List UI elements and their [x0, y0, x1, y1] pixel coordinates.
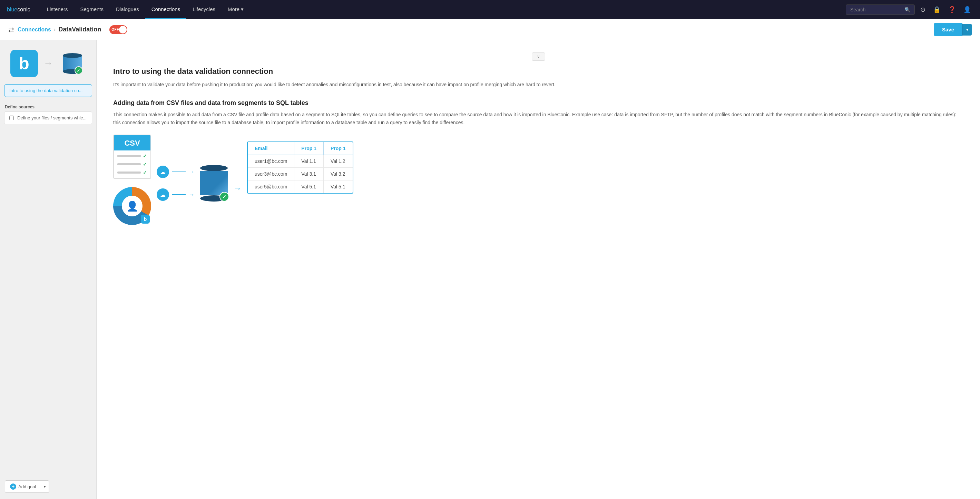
table-header-prop1: Prop 1: [294, 142, 324, 155]
csv-check-1: ✓: [143, 153, 147, 159]
table-cell: Val 1.2: [323, 155, 352, 168]
db-check-icon: ✓: [75, 66, 83, 75]
csv-row-2: ✓: [117, 162, 147, 167]
table-cell: Val 3.2: [323, 168, 352, 181]
csv-label: CSV: [114, 135, 150, 151]
collapse-bar: ∨: [113, 52, 963, 61]
add-goal-button[interactable]: + Add goal: [5, 480, 41, 493]
db-diag-top: [200, 165, 228, 171]
connections-icon: ⇄: [8, 25, 14, 34]
table-row: user5@bc.com Val 5.1 Val 5.1: [248, 181, 353, 193]
nav-links: Listeners Segments Dialogues Connections…: [41, 0, 846, 19]
table-row: user1@bc.com Val 1.1 Val 1.2: [248, 155, 353, 168]
define-files-label: Define your files / segments whic...: [17, 115, 87, 121]
blueconic-b-icon: b: [10, 50, 38, 77]
flow-arrows: ☁ → ☁ →: [157, 159, 195, 201]
nav-segments[interactable]: Segments: [74, 0, 110, 19]
breadcrumb-current-page: DataValidation: [58, 26, 101, 33]
search-icon: 🔍: [904, 7, 910, 13]
save-button[interactable]: Save: [934, 23, 963, 36]
csv-row-1: ✓: [117, 153, 147, 159]
db-diag-check-icon: ✓: [220, 192, 229, 202]
csv-line-2: [117, 163, 141, 165]
save-button-group: Save ▾: [934, 23, 972, 36]
adding-title: Adding data from CSV files and data from…: [113, 99, 963, 106]
flow-line-2: [172, 194, 186, 195]
connection-icons: b → ✓: [0, 40, 96, 84]
center-database: ✓: [200, 158, 228, 202]
connection-arrow-icon: →: [43, 58, 53, 69]
sidebar-intro-item[interactable]: Intro to using the data validation co...: [4, 84, 92, 97]
table-cell: user5@bc.com: [248, 181, 294, 193]
cloud-upload-icon-2: ☁: [157, 188, 169, 201]
flow-line-1: [172, 172, 186, 172]
toggle-switch[interactable]: OFF: [110, 25, 127, 34]
table-cell: Val 5.1: [294, 181, 324, 193]
table-row: user3@bc.com Val 3.1 Val 3.2: [248, 168, 353, 181]
nav-listeners[interactable]: Listeners: [41, 0, 74, 19]
bc-badge: b: [141, 215, 150, 224]
top-navigation: blueconic Listeners Segments Dialogues C…: [0, 0, 980, 19]
nav-more[interactable]: More ▾: [221, 0, 250, 19]
define-files-checkbox[interactable]: [9, 116, 14, 120]
logo-blue-text: blue: [7, 6, 17, 13]
toggle-knob: [119, 26, 127, 33]
save-dropdown-button[interactable]: ▾: [963, 24, 972, 35]
breadcrumb-separator: ›: [54, 27, 56, 33]
nav-right: 🔍 ⊙ 🔒 ❓ 👤: [846, 4, 973, 16]
nav-connections[interactable]: Connections: [145, 0, 186, 19]
db-to-table-arrow: →: [233, 166, 242, 193]
user-icon[interactable]: 👤: [961, 4, 973, 16]
adding-body: This connection makes it possible to add…: [113, 111, 963, 126]
add-goal-group: + Add goal ▾: [5, 480, 91, 493]
sidebar-define-files-item[interactable]: Define your files / segments whic...: [4, 111, 92, 124]
table-cell: user1@bc.com: [248, 155, 294, 168]
intro-title: Intro to using the data validation conne…: [113, 67, 963, 76]
content-area: ∨ Intro to using the data validation con…: [97, 40, 980, 499]
sidebar-define-sources-title: Define sources: [0, 99, 96, 111]
table-cell: Val 5.1: [323, 181, 352, 193]
logo[interactable]: blueconic: [7, 6, 30, 13]
person-avatar: 👤: [122, 195, 143, 216]
add-goal-dropdown-button[interactable]: ▾: [41, 480, 49, 493]
database-icon: ✓: [59, 50, 86, 77]
table-cell: Val 1.1: [294, 155, 324, 168]
flow-row-2: ☁ →: [157, 188, 195, 201]
toggle-pill[interactable]: OFF: [110, 25, 127, 34]
data-table: Email Prop 1 Prop 1 user1@bc.com Val 1.1…: [248, 142, 353, 193]
notifications-icon[interactable]: ⊙: [918, 4, 928, 16]
nav-dialogues[interactable]: Dialogues: [110, 0, 145, 19]
help-icon[interactable]: ❓: [946, 4, 958, 16]
person-segment-icon: 👤 b: [113, 187, 151, 225]
lock-icon[interactable]: 🔒: [931, 4, 943, 16]
flow-arrowhead-2: →: [188, 191, 195, 199]
flow-arrowhead-1: →: [188, 168, 195, 176]
logo-white-text: conic: [17, 6, 30, 13]
add-goal-label: Add goal: [18, 484, 36, 489]
breadcrumb-connections-link[interactable]: Connections: [18, 27, 51, 33]
table-cell: user3@bc.com: [248, 168, 294, 181]
search-container: 🔍: [846, 5, 915, 15]
csv-icon: CSV ✓ ✓ ✓: [113, 135, 151, 179]
table-cell: Val 3.1: [294, 168, 324, 181]
sidebar-bottom: + Add goal ▾: [0, 475, 96, 499]
intro-body: It's important to validate your data bef…: [113, 81, 963, 88]
table-header-prop2: Prop 1: [323, 142, 352, 155]
csv-line-3: [117, 172, 141, 173]
csv-line: [117, 155, 141, 157]
table-header-email: Email: [248, 142, 294, 155]
csv-row-3: ✓: [117, 170, 147, 175]
csv-check-2: ✓: [143, 162, 147, 167]
search-input[interactable]: [850, 7, 902, 13]
data-table-container: Email Prop 1 Prop 1 user1@bc.com Val 1.1…: [247, 141, 353, 194]
csv-rows: ✓ ✓ ✓: [114, 151, 150, 178]
nav-lifecycles[interactable]: Lifecycles: [186, 0, 221, 19]
main-layout: b → ✓ Intro to using the data validation…: [0, 40, 980, 499]
cloud-upload-icon-1: ☁: [157, 166, 169, 178]
toggle-label: OFF: [111, 28, 119, 32]
diagram: CSV ✓ ✓ ✓: [113, 135, 963, 225]
flow-row-1: ☁ →: [157, 166, 195, 178]
sidebar: b → ✓ Intro to using the data validation…: [0, 40, 97, 499]
breadcrumb-bar: ⇄ Connections › DataValidation OFF Save …: [0, 19, 980, 40]
collapse-button[interactable]: ∨: [532, 52, 545, 61]
